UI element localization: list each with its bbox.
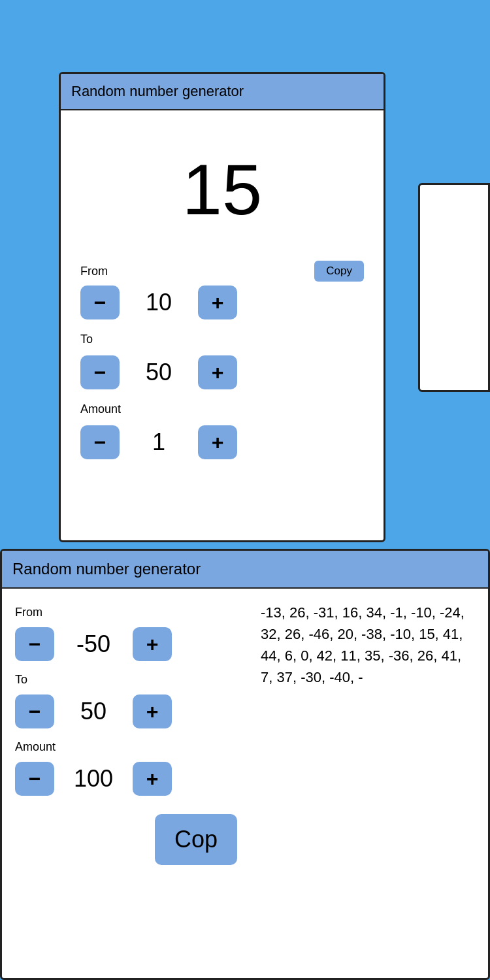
to-plus-button[interactable]: +	[198, 355, 237, 389]
bottom-to-label: To	[15, 673, 237, 687]
result-number: 15	[182, 148, 262, 231]
bottom-to-minus-button[interactable]: −	[15, 694, 54, 728]
card-top: Random number generator 15 From Copy − 1…	[59, 72, 385, 542]
bottom-to-stepper-row: − 50 +	[15, 694, 237, 728]
card-top-body: 15 From Copy − 10 + To − 50 + Amount − 1…	[61, 110, 384, 472]
from-minus-button[interactable]: −	[80, 286, 120, 319]
amount-stepper-row: − 1 +	[80, 425, 364, 459]
copy-button-bottom[interactable]: Cop	[155, 814, 237, 865]
bottom-from-minus-button[interactable]: −	[15, 627, 54, 661]
from-label: From	[80, 265, 314, 282]
card-top-header: Random number generator	[61, 74, 384, 110]
amount-value: 1	[133, 429, 185, 456]
to-minus-button[interactable]: −	[80, 355, 120, 389]
card-top-title: Random number generator	[71, 83, 244, 99]
from-value: 10	[133, 289, 185, 316]
from-plus-button[interactable]: +	[198, 286, 237, 319]
bottom-from-stepper-row: − -50 +	[15, 627, 237, 661]
bottom-results: -13, 26, -31, 16, 34, -1, -10, -24, 32, …	[248, 602, 475, 865]
bottom-amount-plus-button[interactable]: +	[133, 762, 172, 796]
bottom-to-plus-button[interactable]: +	[133, 694, 172, 728]
card-bottom-header: Random number generator	[2, 551, 488, 589]
bottom-amount-minus-button[interactable]: −	[15, 762, 54, 796]
card-bottom-title: Random number generator	[12, 560, 201, 578]
bottom-amount-label: Amount	[15, 740, 237, 754]
bottom-to-value: 50	[67, 698, 120, 725]
copy-button-top[interactable]: Copy	[314, 261, 364, 282]
to-stepper-row: − 50 +	[80, 355, 364, 389]
bottom-amount-stepper-row: − 100 +	[15, 762, 237, 796]
to-label: To	[80, 333, 364, 346]
card-right-peek	[418, 183, 490, 392]
bottom-from-plus-button[interactable]: +	[133, 627, 172, 661]
amount-minus-button[interactable]: −	[80, 425, 120, 459]
copy-btn-row: From Copy	[80, 261, 364, 282]
bottom-left-controls: From − -50 + To − 50 + Amount − 100 +	[15, 602, 237, 865]
card-bottom: Random number generator From − -50 + To …	[0, 549, 490, 980]
amount-label: Amount	[80, 402, 364, 416]
result-display: 15	[80, 123, 364, 254]
amount-plus-button[interactable]: +	[198, 425, 237, 459]
bottom-from-value: -50	[67, 630, 120, 658]
to-value: 50	[133, 359, 185, 386]
bottom-amount-value: 100	[67, 765, 120, 792]
from-stepper-row: − 10 +	[80, 286, 364, 319]
bottom-from-label: From	[15, 606, 237, 619]
